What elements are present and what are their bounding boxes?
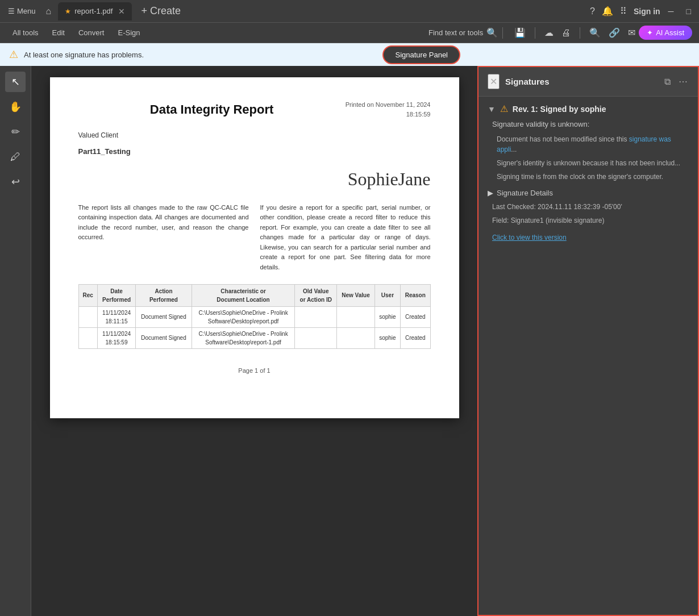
menu-icon: ☰ xyxy=(8,7,15,15)
col-date: DatePerformed xyxy=(97,284,135,306)
menu-esign[interactable]: E-Sign xyxy=(112,26,145,39)
table-row: 11/11/202418:11:15 Document Signed C:\Us… xyxy=(78,306,430,327)
cell-new-2 xyxy=(337,327,375,348)
window-controls: ─ □ xyxy=(665,6,694,17)
notification-text: At least one signature has problems. xyxy=(24,51,144,59)
cell-location-2: C:\Users\Sophie\OneDrive - ProlinkSoftwa… xyxy=(192,327,295,348)
cell-date-2: 11/11/202418:15:59 xyxy=(97,327,135,348)
upload-icon[interactable]: ☁ xyxy=(543,26,555,39)
browser-right-controls: ? 🔔 ⠿ Sign in xyxy=(590,6,660,16)
menu-edit[interactable]: Edit xyxy=(47,26,70,39)
active-tab[interactable]: ★ report-1.pdf ✕ xyxy=(58,2,132,20)
table-header-row: Rec DatePerformed ActionPerformed Charac… xyxy=(78,284,430,306)
toolbar-icons: 💾 ☁ 🖨 🔍 🔗 ✉ xyxy=(513,26,636,39)
zoom-icon[interactable]: 🔍 xyxy=(588,26,602,39)
col-user: User xyxy=(375,284,400,306)
signature-rev-title: Rev. 1: Signed by sophie xyxy=(513,105,606,114)
signature-validity-label: Signature validity is unknown: xyxy=(488,120,689,128)
cell-reason-2: Created xyxy=(401,327,430,348)
sign-in-button[interactable]: Sign in xyxy=(634,7,660,16)
notification-bar: ⚠ At least one signature has problems. S… xyxy=(0,43,699,66)
cell-new-1 xyxy=(337,306,375,327)
rotate-tool[interactable]: ↩ xyxy=(5,172,26,192)
sig-detail-2: Signer's identity is unknown because it … xyxy=(488,158,689,168)
signatures-panel-content: ▼ ⚠ Rev. 1: Signed by sophie Signature v… xyxy=(479,97,698,615)
notifications-icon[interactable]: 🔔 xyxy=(602,6,613,16)
select-tool[interactable]: ↖ xyxy=(5,72,26,92)
tab-title: report-1.pdf xyxy=(74,7,113,15)
toolbar-divider-3 xyxy=(580,27,580,39)
pdf-viewer[interactable]: Data Integrity Report Printed on Novembe… xyxy=(31,66,477,616)
signature-details-toggle[interactable]: ▶ Signature Details xyxy=(488,189,689,197)
apps-grid-icon[interactable]: ⠿ xyxy=(620,6,627,16)
cell-user-1: sophie xyxy=(375,306,400,327)
cell-reason-1: Created xyxy=(401,306,430,327)
menu-bar: All tools Edit Convert E-Sign Find text … xyxy=(0,23,699,43)
details-toggle-label: Signature Details xyxy=(497,189,553,197)
hand-tool[interactable]: ✋ xyxy=(5,97,26,117)
cell-location-1: C:\Users\Sophie\OneDrive - ProlinkSoftwa… xyxy=(192,306,295,327)
maximize-button[interactable]: □ xyxy=(683,6,694,17)
pdf-signature: SophieJane xyxy=(348,165,431,193)
signature-details-section: ▶ Signature Details Last Checked: 2024.1… xyxy=(488,189,689,242)
ai-assist-label: AI Assist xyxy=(656,28,684,37)
table-row: 11/11/202418:15:59 Document Signed C:\Us… xyxy=(78,327,430,348)
panel-more-options-icon[interactable]: ⋯ xyxy=(677,75,689,88)
new-tab-button[interactable]: + Create xyxy=(136,4,185,18)
ai-assist-button[interactable]: ✦ AI Assist xyxy=(639,26,692,40)
sig-detail-1: Document has not been modified since thi… xyxy=(488,134,689,155)
pdf-footer: Page 1 of 1 xyxy=(78,366,431,376)
ai-sparkle-icon: ✦ xyxy=(647,28,653,37)
home-button[interactable]: ⌂ xyxy=(44,4,54,19)
col-action: ActionPerformed xyxy=(136,284,192,306)
pdf-document: Data Integrity Report Printed on Novembe… xyxy=(50,77,459,418)
cell-old-1 xyxy=(295,306,337,327)
menu-convert[interactable]: Convert xyxy=(73,26,110,39)
cell-action-2: Document Signed xyxy=(136,327,192,348)
email-icon[interactable]: ✉ xyxy=(627,26,636,39)
pdf-left-column: The report lists all changes made to the… xyxy=(78,203,249,273)
cell-date-1: 11/11/202418:11:15 xyxy=(97,306,135,327)
cell-user-2: sophie xyxy=(375,327,400,348)
menu-all-tools[interactable]: All tools xyxy=(7,26,44,39)
signature-image: SophieJane xyxy=(348,165,431,193)
signatures-panel-title: Signatures xyxy=(505,77,658,86)
toolbar-divider-1 xyxy=(502,27,503,39)
print-icon[interactable]: 🖨 xyxy=(560,27,572,39)
tab-file-icon: ★ xyxy=(65,7,71,15)
annotation-tool[interactable]: ✏ xyxy=(5,122,26,142)
col-new-value: New Value xyxy=(337,284,375,306)
browser-tab-bar: ☰ Menu ⌂ ★ report-1.pdf ✕ + Create ? 🔔 ⠿… xyxy=(0,0,699,23)
minimize-button[interactable]: ─ xyxy=(665,6,677,17)
col-old-value: Old Valueor Action ID xyxy=(295,284,337,306)
collapse-arrow-icon[interactable]: ▼ xyxy=(488,105,496,114)
search-icon[interactable]: 🔍 xyxy=(486,27,498,38)
close-tab-button[interactable]: ✕ xyxy=(118,7,125,16)
view-version-link[interactable]: Click to view this version xyxy=(488,234,567,242)
pdf-title: Data Integrity Report xyxy=(78,100,346,119)
col-rec: Rec xyxy=(78,284,97,306)
cell-old-2 xyxy=(295,327,337,348)
signatures-panel-header: ✕ Signatures ⧉ ⋯ xyxy=(479,67,698,97)
find-tools-area[interactable]: Find text or tools 🔍 xyxy=(428,27,498,38)
signature-panel-button[interactable]: Signature Panel xyxy=(382,45,460,64)
main-area: ↖ ✋ ✏ 🖊 ↩ Data Integrity Report Printed … xyxy=(0,66,699,616)
save-icon[interactable]: 💾 xyxy=(513,26,527,39)
pdf-date-info: Printed on November 11, 2024 18:15:59 xyxy=(346,100,431,119)
link-icon[interactable]: 🔗 xyxy=(608,26,621,39)
menu-button[interactable]: ☰ Menu xyxy=(5,5,39,18)
pdf-header: Data Integrity Report Printed on Novembe… xyxy=(78,100,431,119)
help-icon[interactable]: ? xyxy=(590,6,595,16)
warning-icon: ⚠ xyxy=(9,48,18,61)
pdf-table: Rec DatePerformed ActionPerformed Charac… xyxy=(78,284,431,349)
close-panel-button[interactable]: ✕ xyxy=(488,74,500,89)
sig-detail-3: Signing time is from the clock on the si… xyxy=(488,172,689,182)
pen-tool[interactable]: 🖊 xyxy=(5,147,26,167)
cell-rec-2 xyxy=(78,327,97,348)
pdf-right-column: If you desire a report for a specific pa… xyxy=(260,203,431,273)
panel-pop-out-icon[interactable]: ⧉ xyxy=(663,76,672,88)
cell-rec-1 xyxy=(78,306,97,327)
find-text-label: Find text or tools xyxy=(428,28,483,37)
left-toolbar: ↖ ✋ ✏ 🖊 ↩ xyxy=(0,66,31,616)
signature-warning-icon: ⚠ xyxy=(500,103,508,114)
